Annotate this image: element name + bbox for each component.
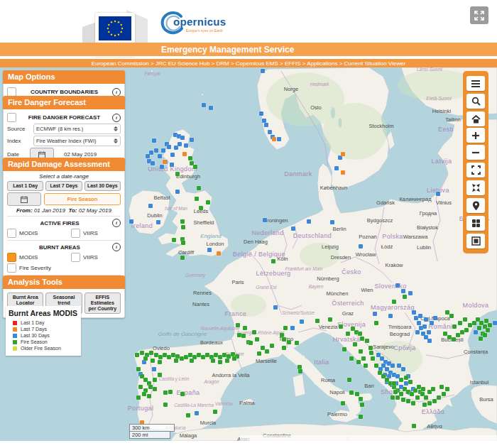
burnt-area-marker-green[interactable] bbox=[349, 356, 354, 361]
burnt-area-marker-green[interactable] bbox=[218, 360, 222, 364]
last-1-day-button[interactable]: Last 1 Day bbox=[7, 181, 43, 191]
burnt-area-marker-green[interactable] bbox=[149, 351, 153, 355]
burnt-area-marker-blue[interactable] bbox=[167, 145, 171, 149]
info-icon[interactable]: i bbox=[112, 243, 121, 251]
zoom-in-button[interactable] bbox=[466, 128, 485, 143]
burnt-area-marker-green[interactable] bbox=[153, 378, 157, 382]
burnt-area-marker-green[interactable] bbox=[175, 172, 180, 176]
burnt-area-marker-green[interactable] bbox=[206, 200, 210, 204]
burnt-area-marker-green[interactable] bbox=[360, 403, 364, 407]
burnt-area-marker-blue[interactable] bbox=[277, 137, 281, 141]
arrows-center-button[interactable] bbox=[466, 180, 485, 195]
burnt-area-marker-green[interactable] bbox=[298, 369, 302, 373]
burnt-area-marker-green[interactable] bbox=[360, 337, 364, 341]
burnt-area-marker-green[interactable] bbox=[136, 367, 141, 371]
burnt-area-marker-green[interactable] bbox=[195, 197, 199, 201]
burnt-area-marker-green[interactable] bbox=[158, 373, 162, 377]
burnt-area-marker-green[interactable] bbox=[282, 346, 286, 350]
burnt-area-marker-green[interactable] bbox=[232, 356, 236, 361]
effis-estimates-button[interactable]: EFFIS Estimates per Country bbox=[84, 293, 121, 314]
burnt-area-marker-blue[interactable] bbox=[264, 123, 268, 127]
burnt-area-marker-green[interactable] bbox=[265, 349, 269, 354]
fire-season-button[interactable]: Fire Season bbox=[44, 193, 121, 205]
active-fires-viirs-checkbox[interactable] bbox=[71, 229, 80, 238]
burnt-area-marker-blue[interactable] bbox=[291, 226, 295, 231]
burnt-area-marker-green[interactable] bbox=[186, 413, 190, 417]
burnt-area-marker-green[interactable] bbox=[180, 256, 185, 260]
burnt-area-marker-green[interactable] bbox=[374, 364, 378, 368]
burnt-area-marker-green[interactable] bbox=[181, 241, 185, 245]
burnt-area-marker-orange[interactable] bbox=[217, 251, 221, 256]
burnt-area-marker-blue[interactable] bbox=[151, 161, 155, 165]
menu-button[interactable] bbox=[466, 76, 485, 91]
basemap-grid-button[interactable] bbox=[466, 216, 485, 231]
burnt-area-marker-blue[interactable] bbox=[290, 326, 295, 330]
burnt-area-marker-blue[interactable] bbox=[433, 316, 437, 320]
burnt-area-marker-green[interactable] bbox=[458, 321, 462, 325]
burnt-area-marker-blue[interactable] bbox=[417, 321, 421, 325]
burnt-area-marker-green[interactable] bbox=[452, 337, 456, 342]
burnt-area-marker-green[interactable] bbox=[442, 392, 446, 396]
burnt-area-marker-blue[interactable] bbox=[418, 314, 422, 318]
home-button[interactable] bbox=[466, 111, 485, 126]
burnt-area-marker-blue[interactable] bbox=[436, 192, 440, 196]
burnt-area-marker-green[interactable] bbox=[437, 395, 441, 400]
info-icon[interactable]: i bbox=[112, 114, 121, 122]
fire-severity-checkbox[interactable] bbox=[7, 263, 16, 273]
burnt-area-marker-green[interactable] bbox=[213, 410, 217, 414]
index-select[interactable]: Fire Weather Index (FWI) bbox=[33, 136, 121, 146]
burnt-area-marker-green[interactable] bbox=[282, 337, 286, 342]
burnt-area-marker-blue[interactable] bbox=[152, 138, 156, 143]
rda-date-picker-button[interactable] bbox=[7, 192, 41, 206]
fire-danger-checkbox[interactable] bbox=[7, 113, 16, 122]
active-fires-modis-checkbox[interactable] bbox=[7, 229, 16, 238]
burnt-area-marker-green[interactable] bbox=[153, 387, 157, 391]
burnt-area-marker-green[interactable] bbox=[243, 326, 247, 330]
burnt-area-marker-blue[interactable] bbox=[178, 142, 182, 146]
burnt-area-marker-blue[interactable] bbox=[373, 312, 377, 316]
burnt-area-marker-green[interactable] bbox=[341, 401, 345, 405]
burnt-area-marker-blue[interactable] bbox=[263, 218, 267, 222]
burnt-area-marker-green[interactable] bbox=[463, 317, 467, 322]
burnt-area-marker-green[interactable] bbox=[241, 334, 246, 338]
burnt-area-marker-green[interactable] bbox=[421, 387, 425, 391]
burnt-area-marker-blue[interactable] bbox=[184, 143, 188, 148]
burnt-area-marker-green[interactable] bbox=[197, 186, 201, 190]
burnt-area-marker-blue[interactable] bbox=[307, 219, 311, 224]
burnt-area-marker-green[interactable] bbox=[477, 326, 481, 330]
burnt-area-marker-blue[interactable] bbox=[395, 283, 400, 288]
burnt-area-marker-blue[interactable] bbox=[430, 321, 434, 325]
burnt-area-marker-blue[interactable] bbox=[300, 319, 304, 324]
burnt-area-marker-green[interactable] bbox=[356, 360, 361, 364]
burnt-area-marker-green[interactable] bbox=[369, 351, 373, 355]
burnt-area-marker-green[interactable] bbox=[355, 392, 359, 396]
fullscreen-button[interactable] bbox=[470, 6, 488, 24]
burnt-area-marker-green[interactable] bbox=[445, 387, 449, 391]
burnt-area-marker-green[interactable] bbox=[424, 395, 428, 400]
burnt-area-marker-green[interactable] bbox=[236, 323, 240, 327]
burnt-area-marker-green[interactable] bbox=[365, 339, 369, 343]
burnt-area-marker-blue[interactable] bbox=[359, 244, 363, 248]
burnt-area-marker-blue[interactable] bbox=[474, 330, 478, 334]
burnt-area-marker-green[interactable] bbox=[404, 376, 408, 380]
burnt-area-marker-blue[interactable] bbox=[156, 220, 160, 224]
last-7-days-button[interactable]: Last 7 Days bbox=[45, 181, 82, 191]
burnt-area-marker-green[interactable] bbox=[399, 378, 403, 382]
search-button[interactable] bbox=[466, 94, 485, 109]
burnt-area-marker-green[interactable] bbox=[147, 394, 151, 398]
burnt-area-marker-blue[interactable] bbox=[259, 111, 263, 116]
burnt-area-marker-blue[interactable] bbox=[388, 314, 393, 318]
burnt-area-marker-blue[interactable] bbox=[390, 364, 395, 368]
burnt-area-marker-orange[interactable] bbox=[163, 160, 167, 164]
burnt-area-marker-green[interactable] bbox=[287, 340, 291, 344]
burnt-area-marker-green[interactable] bbox=[163, 390, 168, 395]
burnt-area-marker-green[interactable] bbox=[315, 319, 320, 323]
burnt-area-marker-green[interactable] bbox=[158, 360, 162, 364]
burnt-area-marker-blue[interactable] bbox=[202, 103, 206, 107]
burnt-area-marker-green[interactable] bbox=[427, 401, 432, 405]
burnt-area-marker-green[interactable] bbox=[403, 295, 407, 299]
burnt-area-marker-green[interactable] bbox=[271, 259, 275, 263]
burnt-area-marker-blue[interactable] bbox=[427, 330, 431, 334]
burnt-area-marker-green[interactable] bbox=[483, 333, 487, 337]
burnt-area-marker-blue[interactable] bbox=[334, 166, 339, 170]
